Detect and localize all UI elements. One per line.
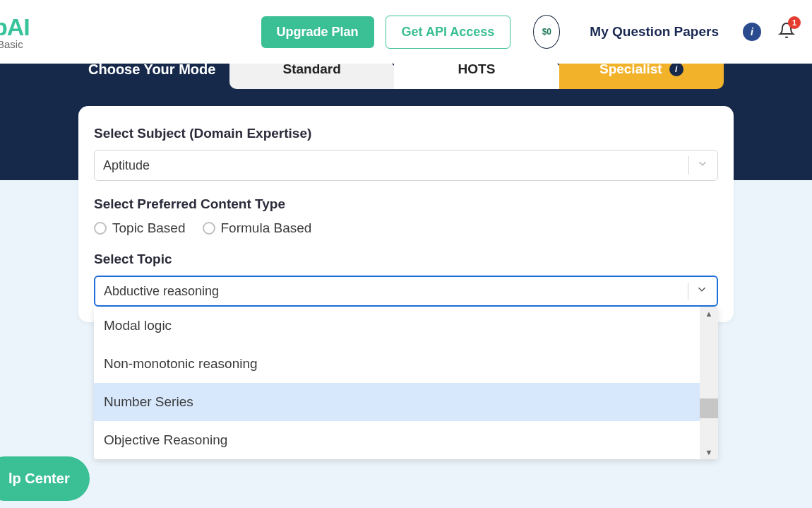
logo-plan-badge: Basic <box>0 38 23 50</box>
help-center-label: lp Center <box>8 471 70 486</box>
radio-icon <box>94 222 107 235</box>
info-icon[interactable]: i <box>743 23 761 41</box>
radio-label: Topic Based <box>112 220 186 236</box>
mode-tab-label: Standard <box>282 61 340 77</box>
content-type-label: Select Preferred Content Type <box>94 196 718 212</box>
topic-option[interactable]: Objective Reasoning <box>94 421 700 459</box>
help-center-button[interactable]: lp Center <box>0 456 90 501</box>
credit-amount: $0 <box>542 27 551 37</box>
topic-label: Select Topic <box>94 252 718 267</box>
topic-dropdown-list: Modal logic Non-monotonic reasoning Numb… <box>94 307 700 459</box>
info-icon: i <box>669 62 683 76</box>
topic-option[interactable]: Modal logic <box>94 307 700 345</box>
subject-select[interactable]: Aptitude <box>94 150 718 181</box>
topic-select[interactable]: Abductive reasoning <box>94 276 718 307</box>
select-divider <box>688 283 688 300</box>
my-question-papers-link[interactable]: My Question Papers <box>590 24 719 40</box>
mode-tab-label: HOTS <box>458 61 496 77</box>
topic-option[interactable]: Non-monotonic reasoning <box>94 345 700 383</box>
notifications-button[interactable]: 1 <box>778 22 795 42</box>
radio-icon <box>203 222 215 235</box>
chevron-down-icon <box>696 158 709 174</box>
scroll-down-icon: ▼ <box>705 445 713 459</box>
select-divider <box>688 156 689 175</box>
topic-dropdown: Modal logic Non-monotonic reasoning Numb… <box>94 307 718 459</box>
radio-label: Formula Based <box>221 220 312 236</box>
app-header: pAI Basic Upgrade Plan Get API Access $0… <box>0 0 812 64</box>
logo-text: pAI <box>0 13 30 41</box>
radio-topic-based[interactable]: Topic Based <box>94 220 186 236</box>
credit-balance[interactable]: $0 <box>533 15 560 49</box>
scroll-up-icon: ▲ <box>705 307 713 321</box>
logo: pAI Basic <box>0 13 30 50</box>
content-type-radios: Topic Based Formula Based <box>94 220 718 236</box>
dropdown-scrollbar[interactable]: ▲ ▼ <box>700 307 718 459</box>
upgrade-plan-button[interactable]: Upgrade Plan <box>261 16 374 48</box>
topic-value: Abductive reasoning <box>104 284 219 299</box>
radio-formula-based[interactable]: Formula Based <box>203 220 312 236</box>
get-api-access-button[interactable]: Get API Access <box>386 16 511 49</box>
mode-tab-label: Specialist <box>599 61 662 77</box>
scroll-thumb[interactable] <box>700 398 718 418</box>
subject-value: Aptitude <box>103 158 150 173</box>
topic-option[interactable]: Number Series <box>94 383 700 421</box>
notification-count-badge: 1 <box>788 16 801 29</box>
chevron-down-icon <box>695 283 708 300</box>
subject-label: Select Subject (Domain Expertise) <box>94 126 718 141</box>
question-form-card: Select Subject (Domain Expertise) Aptitu… <box>78 106 734 322</box>
